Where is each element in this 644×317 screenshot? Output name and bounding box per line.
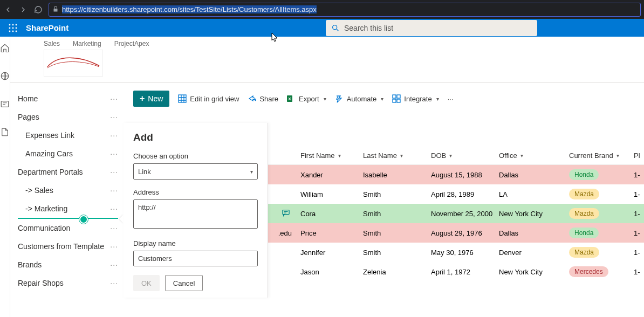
sidebar-item-label: Customers from Template: [18, 242, 104, 251]
sidebar-item[interactable]: Home···: [10, 89, 124, 108]
more-icon[interactable]: ···: [110, 260, 118, 269]
svg-point-3: [9, 27, 11, 29]
brand-pill: Mazda: [569, 247, 599, 258]
news-icon[interactable]: [0, 99, 10, 111]
col-office[interactable]: Office▾: [499, 151, 569, 160]
sidebar-item-label: Amazing Cars: [25, 149, 73, 158]
svg-point-4: [12, 27, 14, 29]
more-icon[interactable]: ···: [110, 279, 118, 287]
url-text: https://citizenbuilders.sharepoint.com/s…: [62, 5, 317, 13]
more-icon[interactable]: ···: [110, 224, 118, 232]
svg-point-5: [16, 27, 17, 29]
sidebar-item[interactable]: Amazing Cars···: [10, 144, 124, 163]
files-icon[interactable]: [0, 127, 10, 139]
sidebar-item[interactable]: Communication···: [10, 219, 124, 237]
comment-icon[interactable]: [282, 209, 290, 218]
svg-rect-17: [393, 99, 396, 102]
sidebar-item-label: Communication: [18, 224, 70, 232]
svg-point-8: [16, 30, 17, 32]
forward-button[interactable]: [18, 5, 28, 15]
integrate-button[interactable]: Integrate▾: [392, 94, 439, 103]
more-icon[interactable]: ···: [110, 149, 118, 158]
col-current-brand[interactable]: Current Brand▾: [569, 151, 634, 160]
reload-button[interactable]: [33, 5, 43, 15]
svg-rect-16: [397, 95, 400, 98]
sidebar-item-label: -> Marketing: [25, 204, 67, 213]
svg-point-9: [333, 25, 337, 29]
address-bar[interactable]: https://citizenbuilders.sharepoint.com/s…: [49, 3, 641, 17]
app-launcher[interactable]: [0, 19, 26, 37]
col-dob[interactable]: DOB▾: [431, 151, 499, 160]
more-icon[interactable]: ···: [110, 131, 118, 140]
svg-point-6: [9, 30, 11, 32]
search-placeholder: Search this list: [344, 24, 393, 32]
svg-rect-19: [283, 210, 289, 214]
sidebar-item-label: Pages: [18, 113, 39, 121]
sidebar-item[interactable]: Repair Shops···: [10, 274, 124, 292]
edit-grid-button[interactable]: Edit in grid view: [178, 94, 239, 103]
more-icon[interactable]: ···: [110, 113, 118, 121]
brand-pill: Mercedes: [569, 266, 608, 277]
more-icon[interactable]: ···: [110, 186, 118, 195]
option-label: Choose an option: [133, 152, 258, 160]
svg-rect-18: [397, 99, 400, 102]
new-button[interactable]: +New: [133, 91, 169, 107]
export-button[interactable]: XExport▾: [287, 94, 326, 103]
display-name-input[interactable]: [133, 251, 258, 266]
back-button[interactable]: [3, 5, 13, 15]
more-icon[interactable]: ···: [110, 204, 118, 213]
col-last-name[interactable]: Last Name▾: [363, 151, 431, 160]
sidebar-item-label: Repair Shops: [18, 279, 64, 287]
sidebar-item[interactable]: Expenses Link···: [10, 126, 124, 144]
cancel-button[interactable]: Cancel: [165, 275, 203, 291]
site-logo[interactable]: [44, 50, 103, 77]
more-commands[interactable]: ···: [448, 95, 454, 103]
svg-rect-12: [179, 95, 186, 102]
hub-link[interactable]: Sales: [44, 40, 60, 47]
sidebar-item[interactable]: Brands···: [10, 256, 124, 274]
svg-point-0: [9, 24, 11, 25]
chevron-down-icon: ▾: [436, 96, 439, 102]
more-icon[interactable]: ···: [110, 242, 118, 251]
hub-link[interactable]: ProjectApex: [114, 40, 149, 47]
share-button[interactable]: Share: [248, 94, 278, 103]
brand-pill: Mazda: [569, 208, 599, 219]
sidebar-item-label: Department Portals: [18, 168, 83, 176]
brand-pill: Honda: [569, 169, 599, 180]
suite-brand[interactable]: SharePoint: [26, 23, 68, 32]
svg-text:X: X: [288, 97, 291, 101]
automate-button[interactable]: Automate▾: [335, 94, 384, 103]
panel-title: Add: [133, 132, 258, 143]
col-first-name[interactable]: First Name▾: [295, 151, 363, 160]
svg-point-7: [12, 30, 14, 32]
lock-icon: [52, 5, 59, 15]
svg-point-1: [12, 24, 14, 25]
sidebar-item-label: Brands: [18, 260, 42, 269]
more-icon[interactable]: ···: [110, 94, 118, 103]
svg-point-2: [16, 24, 17, 25]
chevron-down-icon: ▾: [250, 169, 253, 175]
chevron-down-icon: ▾: [324, 96, 326, 102]
sidebar-item[interactable]: -> Marketing···: [10, 199, 124, 218]
address-input[interactable]: [133, 199, 258, 229]
sidebar-item[interactable]: -> Sales···: [10, 181, 124, 199]
option-select[interactable]: Link▾: [133, 163, 258, 180]
sidebar-item[interactable]: Pages···: [10, 108, 124, 126]
sidebar-item-label: -> Sales: [25, 186, 53, 195]
col-overflow[interactable]: Pl: [634, 151, 644, 160]
svg-rect-15: [393, 95, 396, 98]
hub-link[interactable]: Marketing: [73, 40, 101, 47]
sidebar-item[interactable]: Department Portals···: [10, 163, 124, 181]
globe-icon[interactable]: [0, 71, 10, 83]
display-name-label: Display name: [133, 239, 258, 247]
svg-rect-11: [1, 101, 9, 107]
home-icon[interactable]: [0, 43, 10, 55]
chevron-down-icon: ▾: [381, 96, 383, 102]
sidebar-item-label: Expenses Link: [25, 131, 74, 140]
ok-button: OK: [133, 275, 160, 291]
sidebar-item-label: Home: [18, 94, 38, 103]
sidebar-item[interactable]: Customers from Template···: [10, 237, 124, 256]
search-box[interactable]: Search this list: [326, 20, 537, 36]
more-icon[interactable]: ···: [110, 168, 118, 176]
address-label: Address: [133, 188, 258, 196]
